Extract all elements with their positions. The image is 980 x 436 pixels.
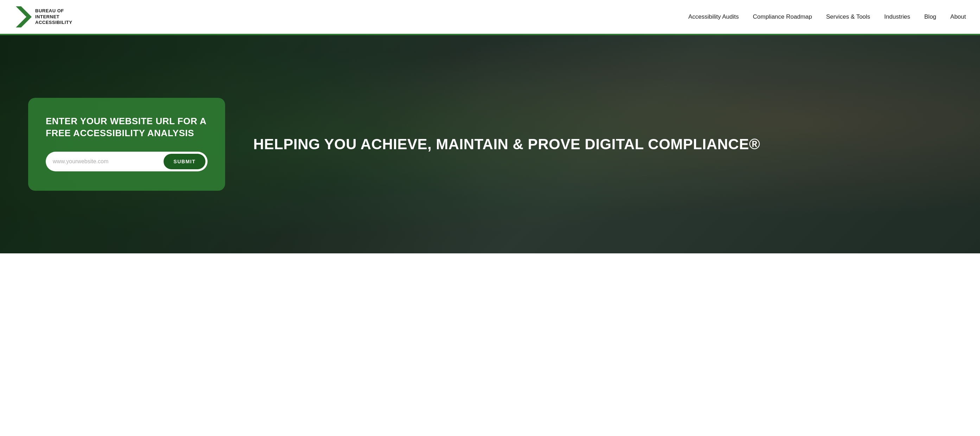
nav-link-accessibility-audits[interactable]: Accessibility Audits	[688, 13, 739, 21]
logo-link[interactable]: BUREAU OFINTERNETACCESSIBILITY	[14, 5, 72, 29]
hero-tagline-text: HELPING YOU ACHIEVE, MAINTAIN & PROVE DI…	[253, 135, 952, 154]
svg-marker-0	[16, 6, 32, 27]
nav-link-about[interactable]: About	[950, 13, 966, 21]
url-card-title: ENTER YOUR WEBSITE URL FOR A FREE ACCESS…	[46, 115, 208, 139]
site-header: BUREAU OFINTERNETACCESSIBILITY Accessibi…	[0, 0, 980, 35]
submit-button[interactable]: SUBMIT	[164, 154, 205, 169]
logo-icon	[14, 5, 32, 29]
url-input[interactable]	[53, 155, 164, 168]
hero-content: ENTER YOUR WEBSITE URL FOR A FREE ACCESS…	[0, 35, 980, 253]
nav-link-services-tools[interactable]: Services & Tools	[826, 13, 870, 21]
nav-link-industries[interactable]: Industries	[885, 13, 910, 21]
main-nav: Accessibility Audits Compliance Roadmap …	[688, 13, 966, 21]
url-input-row: SUBMIT	[46, 152, 208, 171]
nav-link-compliance-roadmap[interactable]: Compliance Roadmap	[753, 13, 812, 21]
url-analysis-card: ENTER YOUR WEBSITE URL FOR A FREE ACCESS…	[28, 98, 225, 191]
hero-tagline-area: HELPING YOU ACHIEVE, MAINTAIN & PROVE DI…	[253, 135, 952, 154]
nav-link-blog[interactable]: Blog	[924, 13, 936, 21]
hero-section: ENTER YOUR WEBSITE URL FOR A FREE ACCESS…	[0, 35, 980, 253]
logo-text: BUREAU OFINTERNETACCESSIBILITY	[35, 8, 72, 26]
